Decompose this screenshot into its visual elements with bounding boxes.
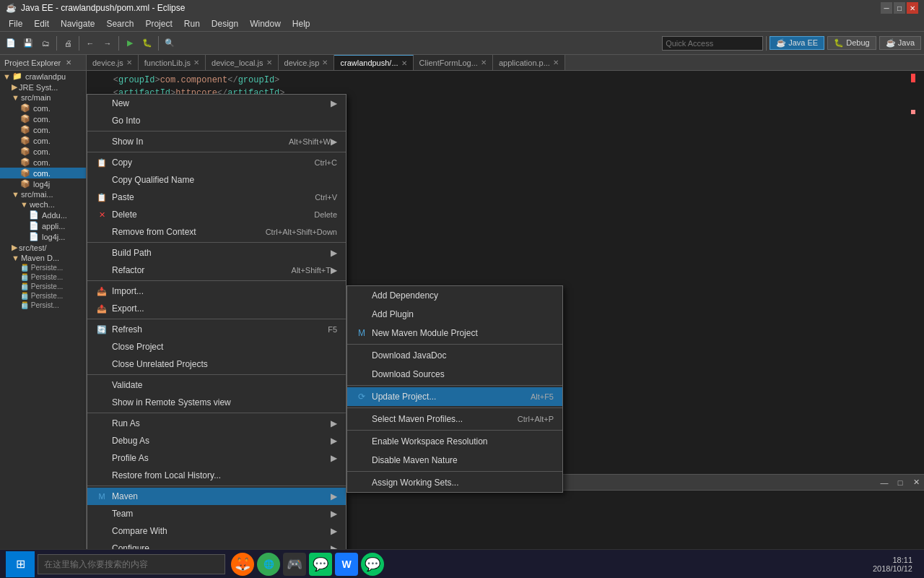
tree-item-persist2[interactable]: 🫙 Persiste... (0, 272, 86, 282)
tab-close-pom[interactable]: ✕ (401, 59, 407, 67)
tab-pom[interactable]: crawlandpush/... ✕ (334, 55, 413, 71)
menu-search[interactable]: Search (100, 17, 139, 30)
start-button[interactable]: ⊞ (6, 551, 35, 577)
tree-item-com5[interactable]: 📦 com. (0, 146, 86, 157)
cm-closeproject[interactable]: Close Project (87, 338, 346, 355)
cm-removefromcontext[interactable]: Remove from Context Ctrl+Alt+Shift+Down (87, 223, 346, 241)
cm-comparewith[interactable]: Compare With ▶ (87, 522, 346, 540)
toolbar-fwd-btn[interactable]: → (100, 35, 116, 51)
bottom-panel-maximize-btn[interactable]: □ (892, 475, 908, 491)
menu-project[interactable]: Project (139, 17, 178, 30)
tab-close-devicejsp[interactable]: ✕ (322, 59, 328, 66)
cm-showin[interactable]: Show In Alt+Shift+W ▶ (87, 133, 346, 150)
tree-item-mavend[interactable]: ▼ Maven D... (0, 253, 86, 263)
toolbar-back-btn[interactable]: ← (82, 35, 98, 51)
tree-item-log4j2[interactable]: 📄 log4j... (0, 231, 86, 242)
taskbar-firefox[interactable]: 🦊 (231, 553, 254, 576)
tree-item-addu[interactable]: 📄 Addu... (0, 210, 86, 220)
cm-closeunrelated[interactable]: Close Unrelated Projects (87, 355, 346, 373)
cm-buildpath[interactable]: Build Path ▶ (87, 244, 346, 262)
taskbar-search[interactable] (38, 554, 225, 574)
cm-maven[interactable]: M Maven ▶ (87, 488, 346, 505)
project-explorer-close-btn[interactable]: ✕ (64, 58, 74, 68)
menu-navigate[interactable]: Navigate (55, 17, 100, 30)
bottom-panel-close-btn[interactable]: ✕ (908, 475, 924, 491)
tree-item-wech[interactable]: ▼ wech... (0, 199, 86, 210)
project-explorer-header: Project Explorer ✕ (0, 55, 86, 71)
tab-devicejs[interactable]: device.js ✕ (87, 55, 139, 71)
perspective-java-btn[interactable]: ☕ Java (879, 36, 921, 50)
cm-refactor[interactable]: Refactor Alt+Shift+T ▶ (87, 262, 346, 279)
tree-item-com4[interactable]: 📦 com. (0, 135, 86, 146)
cm-profileas[interactable]: Profile As ▶ (87, 449, 346, 467)
maximize-button[interactable]: □ (894, 2, 905, 14)
cm-validate[interactable]: Validate (87, 376, 346, 394)
cm-runas[interactable]: Run As ▶ (87, 415, 346, 432)
taskbar-wps[interactable]: W (335, 553, 358, 576)
toolbar-debug-btn[interactable]: 🐛 (139, 35, 155, 51)
cm-import[interactable]: 📥 Import... (87, 282, 346, 300)
tree-item-com7[interactable]: 📦 com. (0, 168, 86, 178)
tree-item-log4j[interactable]: 📦 log4j (0, 178, 86, 189)
cm-new[interactable]: New ▶ (87, 95, 346, 112)
toolbar-search-btn[interactable]: 🔍 (162, 35, 178, 51)
tab-close-application[interactable]: ✕ (553, 59, 559, 66)
taskbar-app1[interactable]: 🎮 (283, 553, 306, 576)
menu-edit[interactable]: Edit (28, 17, 55, 30)
taskbar-wechat[interactable]: 💬 (309, 553, 332, 576)
cm-restorefromlocal[interactable]: Restore from Local History... (87, 467, 346, 484)
tree-item-jre[interactable]: ▶ JRE Syst... (0, 82, 86, 92)
tree-item-crawlandpush[interactable]: ▼ 📁 crawlandpu (0, 71, 86, 82)
cm-paste[interactable]: 📋 Paste Ctrl+V (87, 189, 346, 206)
tree-item-com2[interactable]: 📦 com. (0, 113, 86, 124)
tab-functionlib[interactable]: functionLib.js ✕ (139, 55, 206, 71)
tree-item-srcmain[interactable]: ▼ src/main (0, 92, 86, 103)
tree-item-com1[interactable]: 📦 com. (0, 103, 86, 113)
tab-application[interactable]: application.p... ✕ (493, 55, 565, 71)
toolbar-run-btn[interactable]: ▶ (122, 35, 138, 51)
toolbar-save-btn[interactable]: 💾 (20, 35, 36, 51)
taskbar-chrome[interactable]: 🌐 (257, 553, 280, 576)
cm-refresh[interactable]: 🔄 Refresh F5 (87, 321, 346, 338)
tree-item-srcmain2[interactable]: ▼ src/mai... (0, 189, 86, 199)
bottom-panel-minimize-btn[interactable]: — (876, 475, 892, 491)
tree-item-persist5[interactable]: 🫙 Persist... (0, 301, 86, 310)
tree-item-com6[interactable]: 📦 com. (0, 157, 86, 168)
tree-item-persist3[interactable]: 🫙 Persiste... (0, 282, 86, 291)
cm-export[interactable]: 📤 Export... (87, 300, 346, 317)
tab-close-devicelocal[interactable]: ✕ (266, 59, 272, 66)
menu-help[interactable]: Help (287, 17, 316, 30)
tree-item-com3[interactable]: 📦 com. (0, 124, 86, 135)
project-explorer-title: Project Explorer (4, 59, 61, 67)
tree-item-srctest[interactable]: ▶ src/test/ (0, 242, 86, 253)
perspective-javaee-btn[interactable]: ☕ Java EE (770, 36, 824, 50)
close-button[interactable]: ✕ (907, 2, 918, 14)
toolbar-print-btn[interactable]: 🖨 (60, 35, 76, 51)
taskbar-wechat2[interactable]: 💬 (361, 553, 384, 576)
tab-clientform[interactable]: ClientFormLog... ✕ (414, 55, 493, 71)
menu-file[interactable]: File (3, 17, 28, 30)
cm-showinremote[interactable]: Show in Remote Systems view (87, 394, 346, 411)
tree-item-appli[interactable]: 📄 appli... (0, 220, 86, 231)
menu-window[interactable]: Window (244, 17, 287, 30)
tree-item-persist4[interactable]: 🫙 Persiste... (0, 291, 86, 301)
tree-item-persist1[interactable]: 🫙 Persiste... (0, 263, 86, 272)
menu-run[interactable]: Run (178, 17, 206, 30)
tab-devicejsp[interactable]: device.jsp ✕ (279, 55, 335, 71)
toolbar-save-all-btn[interactable]: 🗂 (38, 35, 53, 51)
tab-close-functionlib[interactable]: ✕ (193, 59, 199, 66)
tab-devicelocal[interactable]: device_local.js ✕ (206, 55, 279, 71)
minimize-button[interactable]: ─ (881, 2, 892, 14)
menu-design[interactable]: Design (206, 17, 244, 30)
cm-copyqualified[interactable]: Copy Qualified Name (87, 171, 346, 189)
cm-team[interactable]: Team ▶ (87, 505, 346, 522)
tab-close-clientform[interactable]: ✕ (481, 59, 487, 66)
cm-debugas[interactable]: Debug As ▶ (87, 432, 346, 449)
cm-delete[interactable]: ✕ Delete Delete (87, 206, 346, 223)
quick-access-input[interactable] (662, 36, 763, 51)
perspective-debug-btn[interactable]: 🐛 Debug (827, 36, 876, 50)
tab-close-devicejs[interactable]: ✕ (126, 59, 132, 66)
cm-copy[interactable]: 📋 Copy Ctrl+C (87, 154, 346, 171)
toolbar-new-btn[interactable]: 📄 (3, 35, 19, 51)
cm-gointo[interactable]: Go Into (87, 112, 346, 129)
